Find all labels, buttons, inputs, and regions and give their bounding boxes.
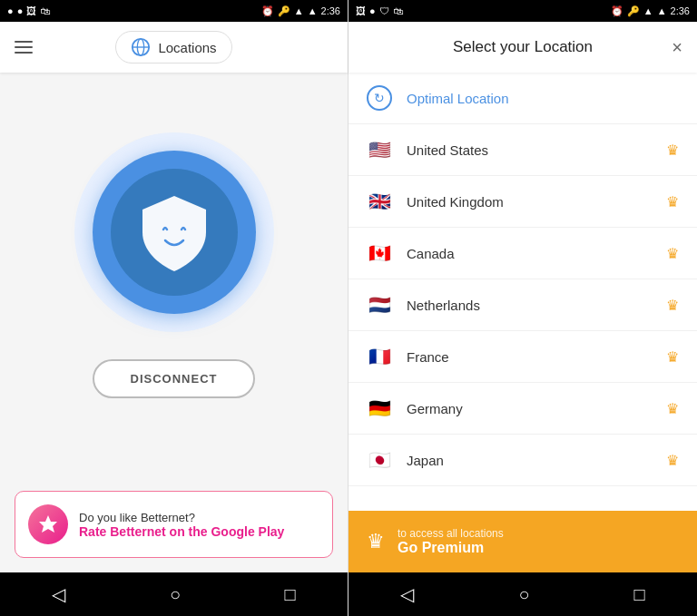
vpn-button-mid: [93, 151, 256, 314]
premium-crown-icon: ♛: [666, 297, 679, 314]
left-header: Locations: [0, 22, 348, 73]
back-button-right[interactable]: ◁: [393, 576, 421, 612]
globe-icon: [131, 37, 151, 57]
location-name: Optimal Location: [407, 91, 679, 106]
location-flag: 🇳🇱: [367, 292, 392, 318]
location-name: Canada: [407, 246, 652, 261]
vpn-button-outer[interactable]: [74, 132, 274, 332]
rating-icon: [28, 504, 68, 544]
location-item[interactable]: ↻ Optimal Location: [348, 73, 697, 124]
left-main: DISCONNECT: [0, 73, 348, 476]
right-phone-panel: 🖼 ● 🛡 🛍 ⏰ 🔑 ▲ ▲ 2:36 Select your Locatio…: [348, 0, 697, 616]
svg-marker-3: [39, 515, 57, 533]
location-flag: 🇬🇧: [367, 189, 392, 214]
time-left: 2:36: [321, 5, 340, 16]
status-right-right-icons: ⏰ 🔑 ▲ ▲ 2:36: [611, 5, 690, 17]
status-left-icons: ● ● 🖼 🛍: [7, 5, 50, 16]
photo-icon: 🖼: [26, 5, 36, 16]
hamburger-line-3: [15, 52, 33, 54]
signal-icon-r: ▲: [657, 5, 667, 16]
key-icon: 🔑: [278, 5, 290, 17]
key-icon-r: 🔑: [627, 5, 640, 17]
location-item[interactable]: 🇯🇵 Japan ♛: [348, 435, 697, 486]
wifi-icon-r: ▲: [643, 5, 653, 16]
premium-sub-text: to access all locations: [398, 527, 504, 540]
photo-icon-r: 🖼: [356, 5, 366, 16]
location-item[interactable]: 🇫🇷 France ♛: [348, 331, 697, 383]
status-bar-left: ● ● 🖼 🛍 ⏰ 🔑 ▲ ▲ 2:36: [0, 0, 348, 22]
status-right-icons: ⏰ 🔑 ▲ ▲ 2:36: [261, 5, 340, 17]
signal-icon: ▲: [308, 5, 318, 16]
location-selector-title: Select your Location: [453, 38, 593, 56]
notification-icon: ●: [7, 5, 14, 16]
left-phone-panel: ● ● 🖼 🛍 ⏰ 🔑 ▲ ▲ 2:36 Locations: [0, 0, 348, 616]
location-name: United States: [407, 142, 652, 158]
premium-crown-icon: ♛: [666, 193, 679, 210]
alarm-icon-r: ⏰: [611, 5, 623, 17]
location-flag: 🇯🇵: [367, 447, 392, 473]
hamburger-line-1: [15, 41, 33, 43]
hamburger-menu[interactable]: [15, 41, 33, 54]
hamburger-line-2: [15, 46, 33, 48]
home-button-left[interactable]: ○: [162, 577, 188, 612]
locations-button[interactable]: Locations: [115, 31, 231, 64]
location-name: United Kingdom: [407, 194, 652, 210]
premium-text-block: to access all locations Go Premium: [398, 527, 504, 556]
location-item[interactable]: 🇩🇪 Germany ♛: [348, 383, 697, 435]
location-item[interactable]: 🇨🇦 Canada ♛: [348, 228, 697, 279]
time-right: 2:36: [671, 5, 690, 16]
rating-text-block: Do you like Betternet? Rate Betternet on…: [79, 511, 284, 539]
recents-button-right[interactable]: □: [626, 577, 652, 612]
close-button[interactable]: ×: [672, 37, 682, 58]
optimal-arrow-icon: ↻: [374, 91, 385, 105]
premium-crown-icon: ♛: [666, 452, 679, 469]
notification-icon-2: ●: [17, 5, 24, 16]
location-flag: 🇨🇦: [367, 240, 392, 266]
nav-bar-right: ◁ ○ □: [348, 572, 697, 616]
rating-question: Do you like Betternet?: [79, 511, 284, 524]
wifi-icon: ▲: [294, 5, 304, 16]
star-icon: [37, 513, 59, 535]
location-item[interactable]: 🇳🇱 Netherlands ♛: [348, 279, 697, 331]
home-button-right[interactable]: ○: [511, 577, 536, 612]
premium-crown-icon: ♛: [666, 400, 679, 417]
recents-button-left[interactable]: □: [278, 577, 303, 612]
bag-icon: 🛍: [40, 5, 50, 16]
vpn-button-inner: [111, 169, 238, 296]
location-flag: 🇺🇸: [367, 137, 392, 162]
status-bar-right: 🖼 ● 🛡 🛍 ⏰ 🔑 ▲ ▲ 2:36: [348, 0, 697, 22]
locations-label: Locations: [158, 40, 216, 55]
disconnect-button[interactable]: DISCONNECT: [93, 359, 256, 398]
alarm-icon: ⏰: [261, 5, 274, 17]
location-flag: 🇫🇷: [367, 344, 392, 369]
location-name: France: [407, 349, 652, 365]
premium-cta-text: Go Premium: [398, 540, 504, 556]
premium-crown-icon: ♛: [367, 530, 385, 553]
location-name: Netherlands: [407, 298, 652, 313]
premium-banner[interactable]: ♛ to access all locations Go Premium: [348, 511, 697, 572]
rating-card[interactable]: Do you like Betternet? Rate Betternet on…: [15, 491, 333, 558]
rating-link[interactable]: Rate Betternet on the Google Play: [79, 524, 284, 539]
bag-icon-r: 🛍: [393, 5, 403, 16]
premium-crown-icon: ♛: [666, 348, 679, 366]
circle-icon-r: ●: [369, 5, 376, 16]
premium-crown-icon: ♛: [666, 142, 679, 159]
shield-icon: [138, 191, 211, 273]
back-button-left[interactable]: ◁: [44, 576, 73, 612]
location-flag: 🇩🇪: [367, 396, 392, 421]
location-item[interactable]: 🇬🇧 United Kingdom ♛: [348, 176, 697, 228]
location-name: Germany: [407, 401, 652, 416]
location-item[interactable]: 🇺🇸 United States ♛: [348, 124, 697, 176]
right-header: Select your Location ×: [348, 22, 697, 73]
optimal-icon: ↻: [367, 85, 392, 111]
location-list: ↻ Optimal Location 🇺🇸 United States ♛ 🇬🇧…: [348, 73, 697, 511]
shield-icon-r: 🛡: [379, 5, 389, 16]
nav-bar-left: ◁ ○ □: [0, 572, 348, 616]
location-name: Japan: [407, 453, 652, 468]
status-right-left-icons: 🖼 ● 🛡 🛍: [356, 5, 403, 16]
premium-crown-icon: ♛: [666, 245, 679, 262]
